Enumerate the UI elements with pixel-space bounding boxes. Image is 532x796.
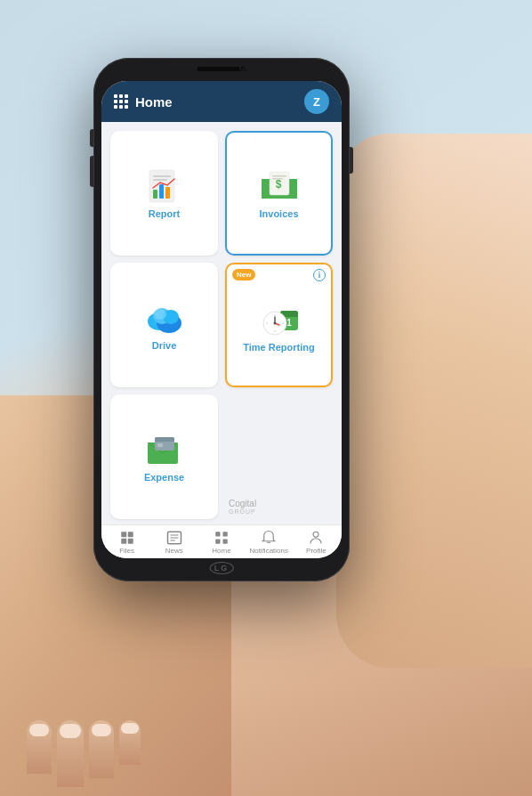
- avatar[interactable]: Z: [304, 89, 329, 114]
- svg-rect-3: [153, 190, 157, 199]
- nav-files[interactable]: Files: [103, 530, 150, 555]
- drive-icon: [142, 301, 187, 337]
- report-icon: [142, 169, 187, 205]
- svg-rect-2: [153, 179, 167, 181]
- cogital-logo-text: Cogital: [229, 499, 256, 508]
- svg-rect-31: [121, 532, 126, 537]
- bottom-nav: Files News: [101, 524, 342, 558]
- nav-home[interactable]: Home: [197, 530, 245, 555]
- invoices-label: Invoices: [259, 208, 298, 219]
- svg-rect-33: [121, 539, 126, 544]
- cogital-branding: Cogital GROUP: [225, 394, 333, 519]
- invoices-tile[interactable]: $ Invoices: [225, 131, 333, 256]
- header-bar: Home Z: [101, 81, 342, 122]
- nav-profile-label: Profile: [306, 547, 326, 555]
- expense-tile[interactable]: Expense: [110, 394, 218, 519]
- nav-news[interactable]: News: [150, 530, 197, 555]
- phone-screen: Home Z: [101, 81, 342, 558]
- expense-label: Expense: [144, 472, 184, 483]
- time-reporting-icon: 1: [257, 305, 302, 340]
- nav-profile[interactable]: Profile: [293, 530, 340, 555]
- app-grid: Report $: [101, 122, 342, 524]
- new-badge: New: [232, 269, 255, 280]
- drive-label: Drive: [152, 340, 177, 351]
- phone-shell: LG Home: [93, 58, 350, 581]
- time-reporting-label: Time Reporting: [243, 342, 314, 353]
- svg-rect-39: [215, 532, 220, 536]
- nav-home-label: Home: [212, 547, 230, 555]
- svg-text:1: 1: [286, 318, 292, 328]
- header-title: Home: [135, 94, 173, 110]
- svg-rect-42: [223, 540, 228, 544]
- info-icon[interactable]: i: [313, 269, 326, 281]
- svg-rect-40: [223, 532, 228, 536]
- drive-tile[interactable]: Drive: [110, 263, 218, 387]
- svg-rect-32: [127, 532, 133, 537]
- svg-point-44: [313, 532, 318, 537]
- svg-rect-41: [215, 540, 220, 544]
- menu-grid-icon[interactable]: [114, 94, 128, 109]
- lg-logo: LG: [210, 562, 234, 573]
- report-tile[interactable]: Report: [110, 131, 218, 256]
- nav-notifications-label: Notifications: [249, 547, 288, 555]
- svg-rect-9: [272, 178, 283, 180]
- svg-rect-29: [155, 437, 174, 442]
- expense-icon: [142, 433, 187, 468]
- invoices-icon: $: [257, 169, 302, 205]
- report-label: Report: [149, 208, 180, 219]
- svg-point-14: [154, 309, 166, 320]
- nav-news-label: News: [165, 547, 183, 555]
- svg-text:$: $: [275, 178, 281, 191]
- svg-rect-8: [272, 175, 286, 177]
- cogital-sub-text: GROUP: [229, 508, 256, 516]
- svg-rect-34: [127, 539, 133, 544]
- time-reporting-tile[interactable]: New i 1: [225, 263, 333, 387]
- nav-files-label: Files: [119, 547, 134, 555]
- svg-rect-5: [165, 187, 170, 199]
- svg-point-27: [273, 322, 276, 325]
- svg-rect-1: [153, 175, 171, 177]
- svg-rect-30: [157, 443, 163, 447]
- nav-notifications[interactable]: Notifications: [246, 530, 293, 555]
- svg-rect-4: [159, 184, 164, 199]
